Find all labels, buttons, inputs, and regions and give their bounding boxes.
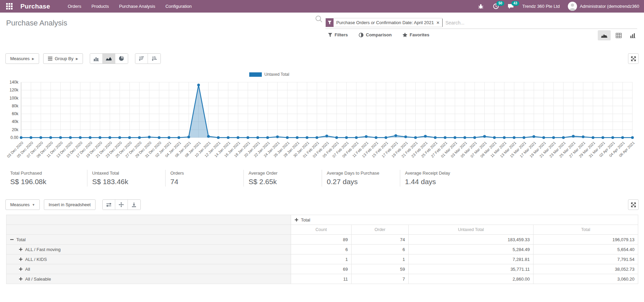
arrows-move-icon	[119, 202, 124, 207]
pivot-row-all-saleable[interactable]: All / Saleable	[6, 274, 291, 284]
pivot-col-count: Count	[291, 225, 352, 235]
kpi-average-order: Average OrderS$ 2.65k	[243, 170, 322, 186]
pivot-col-group-total[interactable]: Total	[291, 215, 638, 225]
pivot-row-all-kids[interactable]: ALL / KIDS	[6, 254, 291, 264]
flip-axis-button[interactable]	[103, 200, 115, 210]
chart-point	[513, 136, 515, 139]
chart-type-pie-button[interactable]	[115, 54, 128, 64]
caret-down-icon: ▼	[32, 203, 35, 207]
kpi-label: Untaxed Total	[92, 171, 165, 176]
message-count-badge: 43	[511, 1, 519, 6]
menu-item-products[interactable]: Products	[91, 4, 109, 9]
chart-point	[306, 136, 308, 139]
filter-funnel-icon	[326, 18, 334, 27]
chart-point	[168, 136, 170, 139]
chart-point	[187, 136, 190, 138]
pivot-row-total[interactable]: Total	[6, 235, 291, 245]
facet-connector: or	[371, 20, 375, 25]
table-row: ALL / Fast moving665,284.495,654.40	[6, 245, 638, 254]
plus-icon	[19, 267, 22, 271]
pivot-row-all-fast-moving[interactable]: ALL / Fast moving	[6, 245, 291, 254]
chart-point	[335, 136, 338, 139]
messages-chat-icon[interactable]: 43	[507, 3, 514, 10]
facet-close-icon[interactable]: ✕	[436, 20, 442, 25]
kpi-total-purchased: Total PurchasedS$ 196.08k	[10, 170, 87, 186]
chart-type-bar-button[interactable]	[90, 54, 103, 64]
app-name[interactable]: Purchase	[20, 3, 50, 10]
pivot-cell: 89	[291, 235, 352, 245]
search-facet: Purchase Orders or Confirmation Date: Ap…	[325, 18, 442, 27]
group-by-button[interactable]: Group By▶	[43, 53, 83, 64]
comparison-button[interactable]: Comparison	[359, 32, 392, 37]
pivot-row-all[interactable]: All	[6, 264, 291, 274]
kpi-label: Average Days to Purchase	[327, 171, 400, 176]
download-xlsx-button[interactable]	[128, 200, 140, 210]
pivot-actions-group	[102, 199, 141, 210]
insert-in-spreadsheet-button[interactable]: Insert in Spreadsheet	[44, 199, 96, 210]
graph-measures-button[interactable]: Measures▶	[5, 53, 39, 64]
comparison-icon	[359, 33, 363, 37]
chart-point	[444, 136, 446, 139]
chart-point	[463, 136, 466, 139]
table-row: All695935,771.1138,052.73	[6, 264, 638, 274]
chart-point	[227, 136, 230, 139]
chart-point	[296, 136, 299, 139]
gauge-icon	[601, 33, 607, 38]
menu-item-orders[interactable]: Orders	[68, 4, 81, 9]
chart-point	[611, 136, 614, 139]
pivot-cell: 196,079.13	[533, 235, 638, 245]
filters-button[interactable]: Filters	[328, 32, 348, 37]
chart-point	[345, 136, 348, 139]
row-label: ALL / Fast moving	[25, 247, 61, 252]
chart-point	[355, 136, 358, 139]
menu-item-purchase-analysis[interactable]: Purchase Analysis	[119, 4, 155, 9]
debug-bug-icon[interactable]	[477, 3, 484, 10]
chart-point	[552, 136, 555, 139]
view-graph-button[interactable]	[626, 30, 639, 40]
search-input[interactable]	[442, 19, 637, 27]
favorites-button[interactable]: Favorites	[403, 32, 429, 37]
chart-point	[99, 136, 101, 139]
pivot-toolbar: Measures▼ Insert in Spreadsheet	[0, 199, 644, 210]
chart-point	[375, 136, 377, 139]
chart-point	[582, 136, 584, 138]
kpi-value: S$ 183.46k	[92, 178, 165, 186]
pivot-measures-button[interactable]: Measures▼	[5, 199, 40, 210]
chart-point	[562, 136, 565, 139]
plus-icon	[19, 248, 22, 251]
legend-swatch	[249, 72, 262, 77]
menu-item-configuration[interactable]: Configuration	[165, 4, 191, 9]
view-list-button[interactable]	[612, 30, 625, 40]
caret-right-icon: ▶	[76, 57, 78, 60]
kpi-average-days-to-purchase: Average Days to Purchase0.27 days	[322, 170, 400, 186]
user-name: Administrator (demotrendz360	[580, 4, 639, 9]
pivot-cell: 1	[291, 254, 352, 264]
chart-type-line-button[interactable]	[103, 54, 115, 64]
pivot-cell: 7,281.81	[409, 254, 533, 264]
sort-desc-button[interactable]	[135, 54, 148, 64]
chart-point	[247, 136, 249, 139]
view-switcher	[598, 30, 639, 40]
chart-point	[631, 136, 634, 139]
apps-grid-icon[interactable]	[6, 3, 14, 10]
graph-toolbar: Measures▶ Group By▶	[0, 53, 644, 64]
flip-axis-icon	[106, 203, 112, 207]
sort-asc-button[interactable]	[148, 54, 160, 64]
chart-point	[89, 136, 91, 139]
view-dashboard-button[interactable]	[598, 30, 611, 40]
pivot-cell: 38,052.73	[533, 264, 638, 274]
chart-legend: Untaxed Total	[249, 72, 289, 77]
pivot-cell: 2,860.00	[409, 274, 533, 284]
company-switcher[interactable]: Trendz 360 Pte Ltd	[522, 4, 560, 9]
pivot-table-wrap: Total CountOrderUntaxed TotalTotal Total…	[6, 215, 639, 284]
search-options: Filters Comparison Favorites	[328, 32, 429, 37]
user-menu[interactable]: Administrator (demotrendz360	[568, 2, 639, 11]
pivot-expand-button[interactable]	[628, 199, 639, 210]
y-axis-label: 60k	[12, 111, 19, 116]
caret-right-icon: ▶	[32, 57, 34, 60]
chart-point	[108, 136, 111, 139]
kpi-label: Orders	[170, 171, 243, 176]
activities-clock-icon[interactable]: 50	[492, 3, 499, 10]
expand-all-button[interactable]	[115, 200, 128, 210]
graph-expand-button[interactable]	[628, 53, 639, 64]
